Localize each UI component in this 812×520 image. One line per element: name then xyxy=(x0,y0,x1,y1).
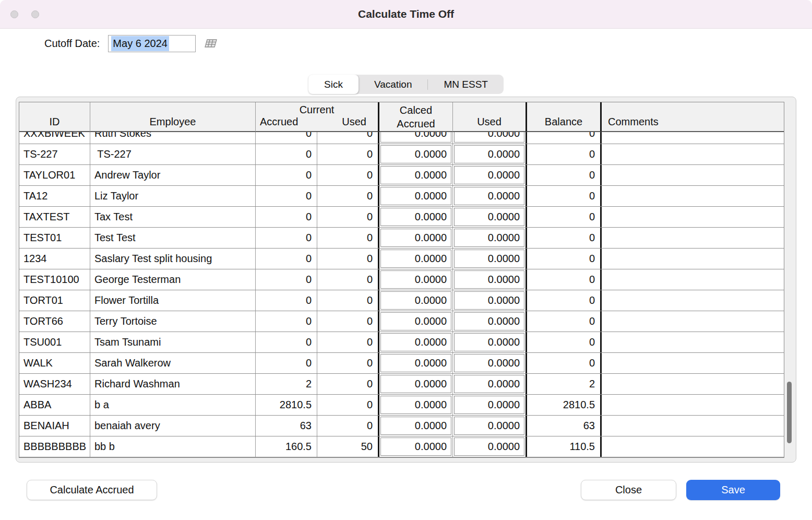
cell-employee: bb b xyxy=(90,436,255,457)
calced-used-field[interactable]: 0.0000 xyxy=(454,132,524,143)
calced-used-field[interactable]: 0.0000 xyxy=(454,250,524,268)
calced-used-field[interactable]: 0.0000 xyxy=(454,270,524,289)
cell-id: TA12 xyxy=(19,186,90,206)
cell-comments[interactable] xyxy=(600,165,784,185)
cell-comments[interactable] xyxy=(600,332,784,352)
table-row[interactable]: TEST01 Test Test 0 0 0.0000 0.0000 0 xyxy=(19,228,784,249)
calced-accrued-field[interactable]: 0.0000 xyxy=(380,333,451,351)
cell-current-used: 0 xyxy=(317,165,378,185)
table-row[interactable]: TORT66 Terry Tortoise 0 0 0.0000 0.0000 … xyxy=(19,311,784,332)
save-button[interactable]: Save xyxy=(686,480,780,500)
calced-accrued-field[interactable]: 0.0000 xyxy=(380,166,451,184)
close-window-icon[interactable] xyxy=(10,10,18,18)
calced-accrued-field[interactable]: 0.0000 xyxy=(380,291,451,310)
cell-comments[interactable] xyxy=(600,132,784,144)
cell-current-used: 0 xyxy=(317,374,378,394)
cell-comments[interactable] xyxy=(600,416,784,436)
calced-used-field[interactable]: 0.0000 xyxy=(454,208,524,226)
table-row[interactable]: TSU001 Tsam Tsunami 0 0 0.0000 0.0000 0 xyxy=(19,332,784,353)
cell-current-accrued: 0 xyxy=(255,165,317,185)
calced-accrued-field[interactable]: 0.0000 xyxy=(380,354,451,372)
vertical-scrollbar-thumb[interactable] xyxy=(787,382,792,443)
cell-balance: 0 xyxy=(526,207,600,227)
cell-calced-accrued: 0.0000 xyxy=(378,332,452,352)
cell-comments[interactable] xyxy=(600,249,784,269)
cell-calced-accrued: 0.0000 xyxy=(378,290,452,311)
calced-used-field[interactable]: 0.0000 xyxy=(454,333,524,351)
calced-used-field[interactable]: 0.0000 xyxy=(454,417,524,435)
cell-comments[interactable] xyxy=(600,374,784,394)
cell-calced-used: 0.0000 xyxy=(452,269,526,290)
calced-used-field[interactable]: 0.0000 xyxy=(454,291,524,310)
calced-used-field[interactable]: 0.0000 xyxy=(454,375,524,393)
cutoff-date-row: Cutoff Date: May 6 2024 xyxy=(44,35,218,52)
calced-accrued-field[interactable]: 0.0000 xyxy=(380,438,451,456)
table-row[interactable]: TS-227 TS-227 0 0 0.0000 0.0000 0 xyxy=(19,144,784,165)
calced-accrued-field[interactable]: 0.0000 xyxy=(380,417,451,435)
calced-accrued-field[interactable]: 0.0000 xyxy=(380,145,451,163)
cell-id: TEST10100 xyxy=(19,269,90,290)
cell-calced-used: 0.0000 xyxy=(452,395,526,415)
table-row[interactable]: 1234 Saslary Test split housing 0 0 0.00… xyxy=(19,249,784,269)
cell-comments[interactable] xyxy=(600,144,784,164)
cell-balance: 2810.5 xyxy=(526,395,600,415)
tab-vacation[interactable]: Vacation xyxy=(359,75,428,94)
calced-used-field[interactable]: 0.0000 xyxy=(454,312,524,330)
cell-calced-used: 0.0000 xyxy=(452,332,526,352)
calculate-accrued-button[interactable]: Calculate Accrued xyxy=(27,480,157,500)
cell-employee: Richard Washman xyxy=(90,374,255,394)
header-current-accrued: Accrued xyxy=(260,116,298,128)
cutoff-date-input[interactable]: May 6 2024 xyxy=(108,35,196,52)
table-row[interactable]: WALK Sarah Walkerow 0 0 0.0000 0.0000 0 xyxy=(19,353,784,374)
table-row[interactable]: WASH234 Richard Washman 2 0 0.0000 0.000… xyxy=(19,374,784,395)
cell-calced-accrued: 0.0000 xyxy=(378,416,452,436)
cell-comments[interactable] xyxy=(600,436,784,457)
table-row[interactable]: TA12 Liz Taylor 0 0 0.0000 0.0000 0 xyxy=(19,186,784,207)
cell-comments[interactable] xyxy=(600,228,784,248)
minimize-window-icon[interactable] xyxy=(31,10,39,18)
calced-accrued-field[interactable]: 0.0000 xyxy=(380,375,451,393)
close-button[interactable]: Close xyxy=(581,480,676,500)
cell-comments[interactable] xyxy=(600,207,784,227)
calced-used-field[interactable]: 0.0000 xyxy=(454,438,524,456)
calced-used-field[interactable]: 0.0000 xyxy=(454,354,524,372)
calced-accrued-field[interactable]: 0.0000 xyxy=(380,229,451,247)
table-row[interactable]: TEST10100 George Testerman 0 0 0.0000 0.… xyxy=(19,269,784,290)
cell-comments[interactable] xyxy=(600,290,784,311)
table-row[interactable]: TORT01 Flower Tortilla 0 0 0.0000 0.0000… xyxy=(19,290,784,311)
calced-accrued-field[interactable]: 0.0000 xyxy=(380,187,451,205)
calced-accrued-field[interactable]: 0.0000 xyxy=(380,208,451,226)
tab-sick[interactable]: Sick xyxy=(308,75,359,94)
cell-calced-used: 0.0000 xyxy=(452,436,526,457)
tab-mn-esst[interactable]: MN ESST xyxy=(428,75,503,94)
calced-accrued-field[interactable]: 0.0000 xyxy=(380,132,451,143)
cell-calced-used: 0.0000 xyxy=(452,132,526,144)
table-row[interactable]: BBBBBBBBB bb b 160.5 50 0.0000 0.0000 11… xyxy=(19,436,784,457)
table-row[interactable]: ABBA b a 2810.5 0 0.0000 0.0000 2810.5 xyxy=(19,395,784,416)
cell-comments[interactable] xyxy=(600,269,784,290)
calced-accrued-field[interactable]: 0.0000 xyxy=(380,270,451,289)
table-body: XXXBIWEEK Ruth Stokes 0 0 0.0000 0.0000 … xyxy=(19,132,784,457)
cell-employee: b a xyxy=(90,395,255,415)
calced-used-field[interactable]: 0.0000 xyxy=(454,145,524,163)
calendar-icon[interactable] xyxy=(204,38,218,50)
cell-balance: 63 xyxy=(526,416,600,436)
cell-current-used: 0 xyxy=(317,290,378,311)
table-row[interactable]: XXXBIWEEK Ruth Stokes 0 0 0.0000 0.0000 … xyxy=(19,132,784,144)
cell-comments[interactable] xyxy=(600,395,784,415)
table-row[interactable]: TAXTEST Tax Test 0 0 0.0000 0.0000 0 xyxy=(19,207,784,228)
cell-comments[interactable] xyxy=(600,311,784,332)
table-row[interactable]: BENAIAH benaiah avery 63 0 0.0000 0.0000… xyxy=(19,416,784,436)
calced-accrued-field[interactable]: 0.0000 xyxy=(380,250,451,268)
cell-comments[interactable] xyxy=(600,186,784,206)
cell-current-accrued: 0 xyxy=(255,207,317,227)
calced-used-field[interactable]: 0.0000 xyxy=(454,187,524,205)
cell-comments[interactable] xyxy=(600,353,784,373)
calced-used-field[interactable]: 0.0000 xyxy=(454,229,524,247)
calced-used-field[interactable]: 0.0000 xyxy=(454,166,524,184)
calced-used-field[interactable]: 0.0000 xyxy=(454,396,524,414)
calced-accrued-field[interactable]: 0.0000 xyxy=(380,396,451,414)
calced-accrued-field[interactable]: 0.0000 xyxy=(380,312,451,330)
cell-current-accrued: 0 xyxy=(255,290,317,311)
table-row[interactable]: TAYLOR01 Andrew Taylor 0 0 0.0000 0.0000… xyxy=(19,165,784,186)
